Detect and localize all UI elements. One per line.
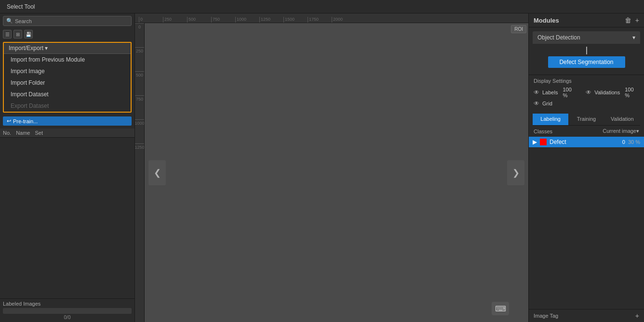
- ruler-mark-1250: 1250: [259, 17, 283, 23]
- canvas-main: 0 250 500 750 1000 1250 ROI ❮ ❯ ⌨: [135, 23, 528, 322]
- col-name: Name: [16, 130, 30, 136]
- display-settings-title: Display Settings: [534, 78, 639, 84]
- progress-bar: [3, 308, 132, 314]
- ruler-left-750: 750: [135, 95, 144, 119]
- ruler-left-1000: 1000: [135, 119, 144, 143]
- validations-eye-icon[interactable]: 👁: [586, 89, 591, 96]
- ruler-mark-1750: 1750: [308, 17, 332, 23]
- grid-eye-icon[interactable]: 👁: [534, 100, 539, 107]
- module-card-body: Defect Segmentation: [533, 44, 640, 71]
- ruler-left-1250: 1250: [135, 143, 144, 167]
- image-tag-section: Image Tag +: [529, 309, 644, 322]
- canvas-bg: [145, 23, 528, 322]
- validations-display-label: Validations: [594, 90, 620, 95]
- import-export-button[interactable]: Import/Export ▾: [4, 43, 131, 54]
- toolbar-filter-icon[interactable]: ☰: [3, 30, 12, 39]
- image-tag-add-icon[interactable]: +: [635, 312, 639, 320]
- ruler-mark-750: 750: [211, 17, 235, 23]
- search-bar[interactable]: 🔍 Search: [3, 16, 132, 26]
- pretrain-label: Pre-train...: [13, 118, 38, 124]
- ruler-marks: 0 250 500 750 1000 1250 1500 1750 2000: [139, 17, 356, 23]
- defect-segmentation-button[interactable]: Defect Segmentation: [548, 56, 625, 68]
- table-header: No. Name Set: [0, 129, 134, 138]
- labels-display-row: 👁 Labels 100 % 👁 Validations 100 %: [534, 87, 639, 98]
- nav-left-button[interactable]: ❮: [148, 160, 166, 185]
- classes-header: Classes Current image▾: [529, 126, 644, 137]
- toolbar-row: ☰ ⊞ 💾: [0, 28, 134, 40]
- image-tag-label: Image Tag: [534, 313, 558, 319]
- pretrain-icon: ↩: [7, 118, 11, 124]
- progress-bar-container: [3, 308, 132, 314]
- display-settings-section: Display Settings 👁 Labels 100 % 👁 Valida…: [529, 75, 644, 112]
- ruler-left-250: 250: [135, 47, 144, 71]
- class-expand-icon[interactable]: ▶: [533, 139, 537, 145]
- main-layout: 🔍 Search ☰ ⊞ 💾 Import/Export ▾ Import fr…: [0, 13, 644, 322]
- ruler-left-0: 0: [135, 23, 144, 47]
- defect-class-percent: 30 %: [628, 139, 640, 145]
- ruler-mark-500: 500: [187, 17, 211, 23]
- import-image-item[interactable]: Import Image: [4, 65, 131, 77]
- object-detection-label: Object Detection: [537, 34, 580, 41]
- tab-training[interactable]: Training: [568, 114, 604, 125]
- grid-display-row: 👁 Grid: [534, 100, 639, 107]
- pretrain-row[interactable]: ↩ Pre-train...: [3, 116, 132, 126]
- toolbar-grid-icon[interactable]: ⊞: [13, 30, 22, 39]
- labels-eye-icon[interactable]: 👁: [534, 89, 539, 96]
- ruler-top: 0 250 500 750 1000 1250 1500 1750 2000: [135, 13, 528, 23]
- connector-line: [586, 47, 587, 54]
- tab-validation[interactable]: Validation: [604, 114, 640, 125]
- progress-text: 0/0: [3, 315, 132, 320]
- left-panel: 🔍 Search ☰ ⊞ 💾 Import/Export ▾ Import fr…: [0, 13, 135, 322]
- col-set: Set: [35, 130, 43, 136]
- col-no: No.: [3, 130, 11, 136]
- add-module-icon[interactable]: +: [635, 16, 639, 24]
- right-panel: Modules 🗑 + Object Detection ▾ Defect Se…: [528, 13, 644, 322]
- defect-class-row: ▶ Defect 0 30 %: [529, 137, 644, 147]
- select-tool-title: Select Tool: [7, 3, 35, 10]
- labeled-images-label: Labeled Images: [3, 301, 132, 307]
- keyboard-icon-area: ⌨: [492, 302, 509, 315]
- import-export-dropdown: Import from Previous Module Import Image…: [4, 54, 131, 112]
- grid-display-label: Grid: [542, 101, 552, 106]
- ruler-mark-2000: 2000: [332, 17, 356, 23]
- classes-label: Classes: [534, 129, 552, 134]
- search-icon: 🔍: [6, 18, 13, 24]
- labels-display-label: Labels: [542, 90, 558, 95]
- ruler-mark-0: 0: [139, 17, 163, 23]
- labels-display-percent: 100 %: [563, 87, 577, 98]
- export-dataset-item: Export Dataset: [4, 100, 131, 112]
- search-placeholder: Search: [15, 18, 32, 24]
- canvas-viewport: ROI ❮ ❯ ⌨: [145, 23, 528, 322]
- validations-display-percent: 100 %: [625, 87, 639, 98]
- current-image-button[interactable]: Current image▾: [603, 128, 639, 134]
- ruler-mark-1000: 1000: [235, 17, 259, 23]
- ruler-left: 0 250 500 750 1000 1250: [135, 23, 145, 322]
- roi-button[interactable]: ROI: [511, 25, 526, 33]
- import-previous-module-item[interactable]: Import from Previous Module: [4, 54, 131, 65]
- object-detection-header[interactable]: Object Detection ▾: [533, 31, 640, 44]
- ruler-mark-250: 250: [163, 17, 187, 23]
- right-panel-header: Modules 🗑 +: [529, 13, 644, 27]
- right-panel-icons: 🗑 +: [625, 16, 639, 24]
- ruler-mark-1500: 1500: [283, 17, 308, 23]
- modules-title: Modules: [534, 17, 559, 24]
- import-dataset-item[interactable]: Import Dataset: [4, 89, 131, 100]
- defect-color-swatch: [540, 139, 547, 145]
- tab-labeling[interactable]: Labeling: [533, 114, 568, 125]
- tab-row: Labeling Training Validation: [533, 114, 640, 126]
- delete-module-icon[interactable]: 🗑: [625, 16, 631, 24]
- roi-area: ROI: [511, 25, 526, 33]
- object-detection-collapse-icon: ▾: [632, 34, 635, 41]
- toolbar-save-icon[interactable]: 💾: [24, 30, 33, 39]
- keyboard-icon[interactable]: ⌨: [492, 302, 509, 315]
- defect-class-name: Defect: [550, 139, 619, 145]
- nav-right-button[interactable]: ❯: [507, 160, 524, 185]
- top-bar: Select Tool: [0, 0, 644, 13]
- import-export-label: Import/Export ▾: [9, 45, 48, 52]
- defect-class-count: 0: [622, 139, 625, 145]
- import-export-container: Import/Export ▾ Import from Previous Mod…: [3, 42, 132, 113]
- import-folder-item[interactable]: Import Folder: [4, 77, 131, 89]
- left-panel-bottom: Labeled Images 0/0: [0, 298, 134, 322]
- module-card: Object Detection ▾ Defect Segmentation: [533, 31, 640, 71]
- canvas-area: 0 250 500 750 1000 1250 1500 1750 2000 0…: [135, 13, 528, 322]
